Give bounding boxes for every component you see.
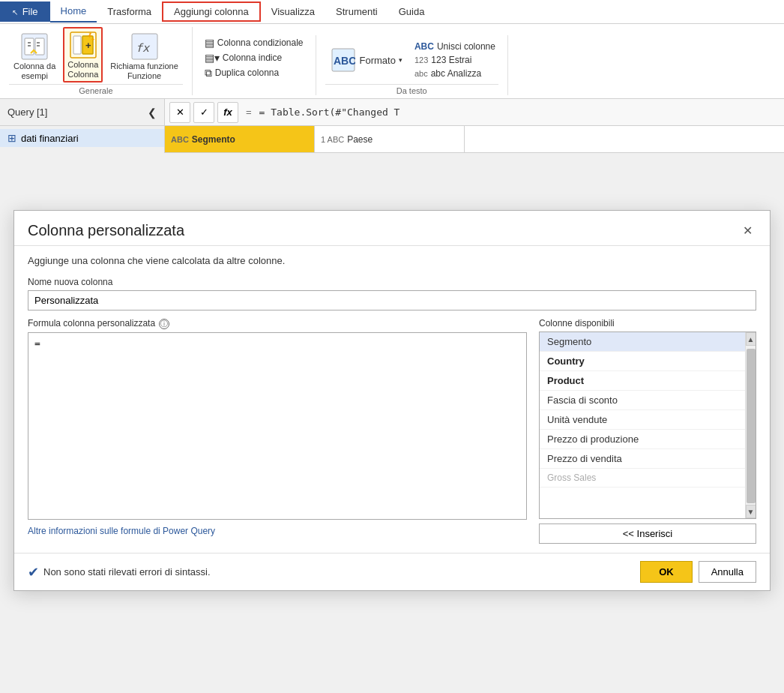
btn-richiama-funzione[interactable]: fx Richiama funzioneFunzione <box>106 30 183 82</box>
col-item-segmento[interactable]: Segmento <box>540 332 745 352</box>
btn-colonna-condizionale[interactable]: ▤ Colonna condizionale <box>202 36 307 50</box>
field-nome-group: Nome nuova colonna <box>28 277 756 310</box>
col-list-label: Colonne disponibili <box>539 318 756 328</box>
generale-label: Generale <box>9 84 183 95</box>
collapse-panel-btn[interactable]: ❮ <box>148 106 157 118</box>
col-list-scrollbar: ▲ ▼ <box>745 332 756 518</box>
tab-strumenti[interactable]: Strumenti <box>325 2 388 22</box>
ribbon: ↖ File Home Trasforma Aggiungi colonna V… <box>0 0 784 99</box>
svg-text:✦: ✦ <box>88 32 92 36</box>
field-nome-label: Nome nuova colonna <box>28 277 756 287</box>
richiama-funzione-icon: fx <box>130 32 160 62</box>
dialog-right: Colonne disponibili Segmento Country Pro… <box>539 318 756 544</box>
ribbon-group-small: ▤ Colonna condizionale ▤▾ Colonna indice… <box>199 35 316 95</box>
query-panel-header: Query [1] ❮ <box>0 99 165 126</box>
dialog-left: Formula colonna personalizzata ⓘ = Altre… <box>28 318 527 544</box>
unisci-icon: ABC <box>414 41 434 52</box>
tab-guida[interactable]: Guida <box>388 2 435 22</box>
table-icon: ⊞ <box>7 132 16 144</box>
ok-button[interactable]: OK <box>640 561 693 583</box>
col-list: Segmento Country Product Fascia di scont… <box>539 332 756 519</box>
btn-colonna-colonna[interactable]: + ✦ ✦ ✦ ColonnaColonna <box>63 27 103 82</box>
dialog-description: Aggiunge una colonna che viene calcolata… <box>28 255 756 266</box>
col-item-prezzo-vendita[interactable]: Prezzo di vendita <box>540 449 745 469</box>
col-item-unita-vendute[interactable]: Unità vendute <box>540 410 745 430</box>
ribbon-content: Colonna daesempi + ✦ ✦ ✦ <box>0 24 784 98</box>
duplica-icon: ⧉ <box>205 67 212 80</box>
svg-text:ABC: ABC <box>334 55 355 67</box>
cancel-formula-btn[interactable]: ✕ <box>169 102 190 123</box>
btn-estrai[interactable]: 123 123 Estrai <box>411 54 498 66</box>
confirm-formula-btn[interactable]: ✓ <box>193 102 214 123</box>
num-abc-type-icon: 1 ABC <box>321 135 344 144</box>
query-item-dati-finanziari[interactable]: ⊞ dati finanziari <box>0 129 164 147</box>
tab-file[interactable]: ↖ File <box>0 2 50 22</box>
col-header-segmento[interactable]: ABC Segmento <box>165 126 315 152</box>
col-item-country[interactable]: Country <box>540 352 745 371</box>
ribbon-group-generale: Colonna daesempi + ✦ ✦ ✦ <box>6 27 193 95</box>
tab-aggiungi-colonna[interactable]: Aggiungi colonna <box>162 2 261 22</box>
tab-trasforma[interactable]: Trasforma <box>97 2 162 22</box>
ribbon-tabs: ↖ File Home Trasforma Aggiungi colonna V… <box>0 0 784 24</box>
colonna-esempi-icon <box>19 32 49 62</box>
dialog-footer: ✔ Non sono stati rilevati errori di sint… <box>14 553 770 590</box>
formula-bar: ✕ ✓ fx = = Table.Sort(#"Changed T <box>165 99 784 126</box>
formula-info-icon[interactable]: ⓘ <box>159 319 169 329</box>
dialog-close-btn[interactable]: ✕ <box>738 221 756 239</box>
abc-type-icon: ABC <box>171 135 189 144</box>
col-item-fascia-sconto[interactable]: Fascia di sconto <box>540 391 745 410</box>
insert-btn[interactable]: << Inserisci <box>539 524 756 544</box>
btn-unisci-colonne[interactable]: ABC Unisci colonne <box>411 40 498 52</box>
formula-textarea[interactable]: = <box>28 332 527 520</box>
btn-analizza[interactable]: abc abc Analizza <box>411 68 498 80</box>
data-area: ⊞ dati finanziari ABC Segmento 1 ABC Pae… <box>0 126 784 153</box>
dialog-body: Aggiunge una colonna che viene calcolata… <box>14 246 770 544</box>
scrollbar-up-btn[interactable]: ▲ <box>746 332 756 346</box>
custom-column-dialog: Colonna personalizzata ✕ Aggiunge una co… <box>13 210 771 591</box>
scrollbar-thumb[interactable] <box>747 349 756 503</box>
cond-icon: ▤ <box>205 37 214 49</box>
btn-formato[interactable]: ABC Formato ▾ <box>325 45 407 75</box>
col-item-product[interactable]: Product <box>540 371 745 391</box>
field-nome-input[interactable] <box>28 290 756 310</box>
col-header-paese[interactable]: 1 ABC Paese <box>315 126 465 152</box>
col-item-gross-sales[interactable]: Gross Sales <box>540 469 745 488</box>
insert-function-btn[interactable]: fx <box>217 102 238 123</box>
tab-visualizza[interactable]: Visualizza <box>261 2 325 22</box>
query-list: ⊞ dati finanziari <box>0 126 165 153</box>
field-formula-label: Formula colonna personalizzata ⓘ <box>28 318 527 329</box>
dialog-titlebar: Colonna personalizzata ✕ <box>14 211 770 246</box>
cancel-button[interactable]: Annulla <box>699 561 756 583</box>
btn-colonna-da-esempi[interactable]: Colonna daesempi <box>9 30 60 82</box>
footer-buttons: OK Annulla <box>640 561 756 583</box>
col-item-prezzo-produzione[interactable]: Prezzo di produzione <box>540 430 745 449</box>
btn-duplica-colonna[interactable]: ⧉ Duplica colonna <box>202 66 307 80</box>
formula-bar-row: Query [1] ❮ ✕ ✓ fx = = Table.Sort(#"Chan… <box>0 99 784 126</box>
svg-text:✦: ✦ <box>91 37 95 42</box>
svg-text:fx: fx <box>136 41 151 55</box>
analizza-icon: abc <box>414 69 428 78</box>
status-message: ✔ Non sono stati rilevati errori di sint… <box>28 564 211 580</box>
scrollbar-down-btn[interactable]: ▼ <box>746 505 756 518</box>
checkmark-icon: ✔ <box>28 564 39 580</box>
btn-colonna-indice[interactable]: ▤▾ Colonna indice <box>202 51 307 64</box>
dialog-main-row: Formula colonna personalizzata ⓘ = Altre… <box>28 318 756 544</box>
tab-home[interactable]: Home <box>50 1 97 22</box>
colonna-colonna-icon: + ✦ ✦ ✦ <box>68 30 98 60</box>
estrai-icon: 123 <box>414 56 428 64</box>
formato-label: Da testo <box>325 84 498 95</box>
formato-icon: ABC <box>330 46 357 74</box>
column-headers: ABC Segmento 1 ABC Paese <box>165 126 784 153</box>
dialog-title: Colonna personalizzata <box>28 222 184 239</box>
indice-icon: ▤▾ <box>205 52 220 64</box>
svg-rect-4 <box>73 36 81 54</box>
power-query-link[interactable]: Altre informazioni sulle formule di Powe… <box>28 526 215 536</box>
ribbon-group-formato: ABC Formato ▾ ABC Unisci colonne 123 <box>322 35 508 95</box>
